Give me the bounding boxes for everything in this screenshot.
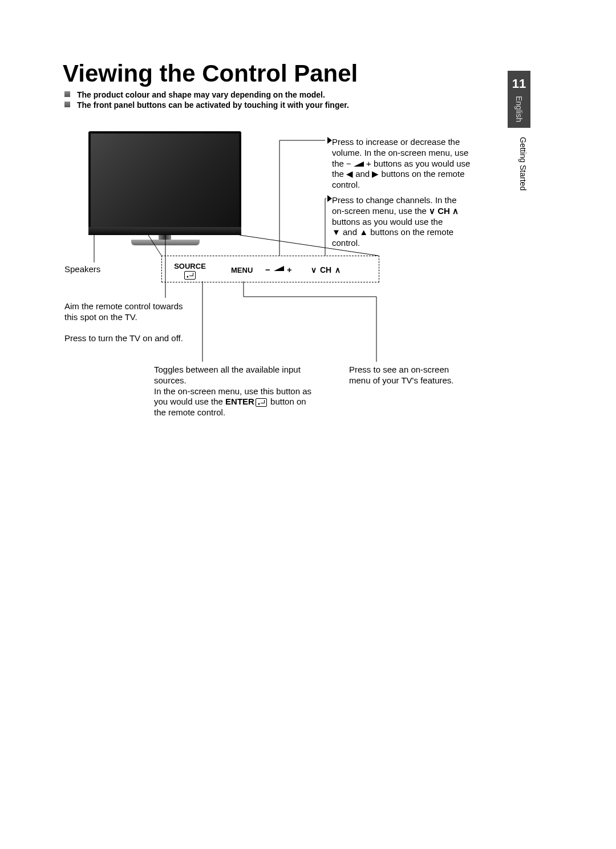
section-label: Getting Started xyxy=(518,137,528,191)
volume-ramp-icon xyxy=(354,161,364,167)
page-title: Viewing the Control Panel xyxy=(63,60,358,87)
note-2-text: The front panel buttons can be activated… xyxy=(77,100,349,110)
ch-group-label: ∨ CH ∧ xyxy=(311,265,341,274)
menu-label: MENU xyxy=(231,266,253,274)
enter-icon xyxy=(184,271,196,280)
bullet-icon xyxy=(64,91,70,97)
page-tab: 11 English xyxy=(508,71,530,128)
tv-screen-illustration xyxy=(88,131,241,232)
vol-plus-label: + xyxy=(287,265,292,274)
language-label: English xyxy=(514,96,524,122)
enter-icon xyxy=(256,398,267,407)
ch-text: CH xyxy=(320,265,331,274)
page-number: 11 xyxy=(508,71,530,91)
source-desc: Toggles between all the available input … xyxy=(154,365,337,418)
source-text: SOURCE xyxy=(174,262,206,270)
channel-desc: Press to change channels. In the on-scre… xyxy=(332,195,497,249)
volume-ramp-icon xyxy=(274,266,284,271)
note-1-text: The product colour and shape may vary de… xyxy=(77,90,325,99)
ch-down-icon: ∨ xyxy=(311,265,317,274)
note-2: The front panel buttons can be activated… xyxy=(77,100,349,110)
remote-power-desc: Aim the remote control towards this spot… xyxy=(64,301,207,344)
manual-page: Viewing the Control Panel The product co… xyxy=(0,0,616,849)
vol-minus-label: − xyxy=(265,265,270,274)
volume-desc: Press to increase or decrease the volume… xyxy=(332,137,497,191)
source-label: SOURCE xyxy=(173,262,207,280)
speakers-label: Speakers xyxy=(64,264,100,275)
note-1: The product colour and shape may vary de… xyxy=(77,90,325,99)
ch-up-icon: ∧ xyxy=(335,265,341,274)
tv-bezel xyxy=(88,227,241,235)
menu-desc: Press to see an on-screen menu of your T… xyxy=(349,365,475,386)
bullet-icon xyxy=(64,102,70,107)
tv-stand xyxy=(131,240,200,245)
